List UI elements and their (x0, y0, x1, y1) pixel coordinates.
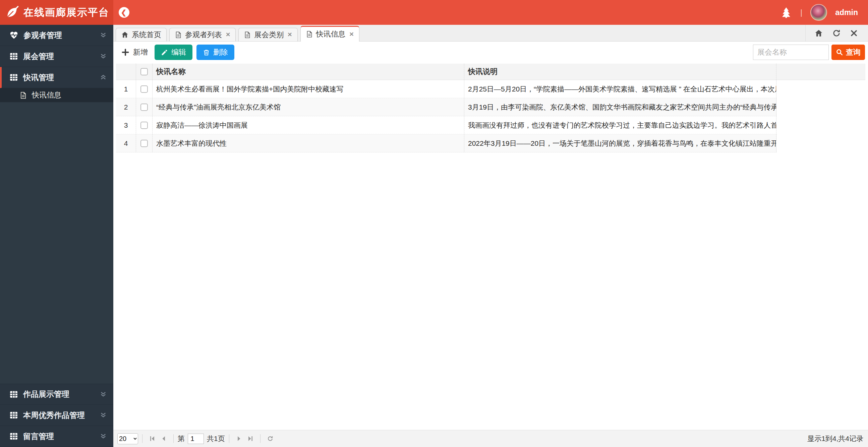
header-divider: | (800, 8, 802, 17)
last-page-button[interactable] (245, 433, 256, 444)
avatar[interactable] (810, 4, 827, 21)
chevron-double-up-icon (100, 74, 106, 81)
edit-button[interactable]: 编辑 (155, 44, 192, 60)
file-icon (175, 31, 182, 38)
select-all-checkbox[interactable] (141, 68, 148, 75)
chevron-left-icon: ❮ (121, 9, 127, 16)
plus-icon (121, 48, 129, 56)
sidebar-item-label: 本周优秀作品管理 (23, 410, 100, 420)
tab-news-info[interactable]: 快讯信息 ✕ (301, 26, 360, 41)
tab-visitor-list[interactable]: 参观者列表 ✕ (169, 28, 236, 41)
brand: 在线画廊展示平台 (0, 0, 113, 25)
tab-label: 展会类别 (254, 30, 284, 40)
sidebar-item-label: 留言管理 (23, 431, 100, 442)
reload-icon[interactable] (265, 433, 276, 444)
row-checkbox[interactable] (141, 122, 148, 129)
sidebar-item-exhibition-mgmt[interactable]: 展会管理 (0, 46, 113, 67)
tab-bar: 系统首页 参观者列表 ✕ 展会类别 ✕ 快讯信息 ✕ (113, 25, 868, 41)
row-checkbox[interactable] (141, 140, 148, 147)
row-checkbox[interactable] (141, 86, 148, 93)
tab-label: 快讯信息 (316, 29, 346, 39)
sidebar-item-visitor-mgmt[interactable]: 参观者管理 (0, 25, 113, 46)
page-number-input[interactable] (188, 434, 204, 444)
delete-button[interactable]: 删除 (196, 44, 234, 60)
query-button[interactable]: 查询 (832, 44, 865, 60)
add-button[interactable]: 新增 (117, 44, 152, 60)
page-size-select[interactable]: 20 (117, 433, 138, 444)
row-checkbox-cell (136, 98, 153, 116)
username[interactable]: admin (835, 8, 858, 17)
row-number: 3 (116, 116, 136, 134)
header-right: | admin (780, 4, 868, 21)
page-total-label: 共1页 (207, 434, 225, 443)
row-number: 1 (116, 80, 136, 98)
table-icon (9, 411, 18, 419)
chevron-double-down-icon (100, 433, 106, 440)
app-header: 在线画廊展示平台 ❮ | admin (0, 0, 868, 25)
close-icon[interactable] (850, 29, 858, 37)
search-area: 查询 (753, 44, 865, 60)
sidebar-collapse-button[interactable]: ❮ (119, 7, 129, 18)
pencil-icon (161, 49, 168, 56)
gallery-admin-app: { "header": { "title": "在线画廊展示平台", "user… (0, 0, 868, 447)
tab-close-icon[interactable]: ✕ (226, 31, 230, 38)
search-input[interactable] (753, 44, 829, 60)
column-header-name[interactable]: 快讯名称 (153, 64, 464, 80)
sidebar: 参观者管理 展会管理 快讯管理 快讯信息 作品展示管理 (0, 25, 113, 447)
pager-divider (260, 434, 260, 443)
first-page-button[interactable] (147, 433, 158, 444)
sidebar-subitem-news-info[interactable]: 快讯信息 (0, 88, 113, 102)
column-header-desc[interactable]: 快讯说明 (464, 64, 776, 80)
news-name-cell: 寂静高洁——徐洪涛中国画展 (153, 116, 464, 134)
home-icon[interactable] (814, 29, 823, 37)
leaf-logo-icon (5, 6, 19, 19)
tab-actions (805, 25, 868, 41)
app-title: 在线画廊展示平台 (24, 6, 109, 20)
sidebar-item-label: 展会管理 (23, 51, 100, 62)
table-row[interactable]: 2 “经典与传承”油画展亮相北京东亿美术馆 3月19日，由李可染画院、东亿美术馆… (116, 98, 777, 116)
next-page-button[interactable] (234, 433, 245, 444)
pager-divider (142, 434, 143, 443)
news-name-cell: 水墨艺术丰富的现代性 (153, 134, 464, 152)
sidebar-item-label: 快讯管理 (23, 72, 100, 83)
refresh-icon[interactable] (832, 29, 841, 37)
row-number: 2 (116, 98, 136, 116)
tab-label: 参观者列表 (185, 30, 222, 40)
tab-exhibition-category[interactable]: 展会类别 ✕ (238, 28, 298, 41)
sidebar-item-news-mgmt[interactable]: 快讯管理 (0, 67, 113, 88)
table-row[interactable]: 3 寂静高洁——徐洪涛中国画展 我画画没有拜过师，也没有进专门的艺术院校学习过，… (116, 116, 777, 134)
rownum-header (116, 64, 136, 80)
table-row[interactable]: 1 杭州美术生必看画展！国外学院素描+国内美院附中校藏速写 2月25日—5月20… (116, 80, 777, 98)
table-icon (9, 73, 18, 82)
news-desc-cell: 3月19日，由李可染画院、东亿美术馆、国韵文华书画院和藏友之家艺术空间共同主办的… (464, 98, 776, 116)
page-prefix-label: 第 (178, 434, 185, 443)
tree-icon[interactable] (780, 6, 792, 19)
pager-divider (229, 434, 229, 443)
table-icon (9, 432, 18, 441)
tab-system-home[interactable]: 系统首页 (116, 28, 167, 41)
tab-close-icon[interactable]: ✕ (349, 31, 354, 38)
trash-icon (203, 49, 210, 56)
sidebar-item-weekly-best-mgmt[interactable]: 本周优秀作品管理 (0, 405, 113, 426)
news-desc-cell: 我画画没有拜过师，也没有进专门的艺术院校学习过，主要靠自己边实践边学习。我的艺术… (464, 116, 776, 134)
sidebar-item-message-mgmt[interactable]: 留言管理 (0, 426, 113, 447)
sidebar-item-label: 作品展示管理 (23, 389, 100, 400)
pager-divider (173, 434, 174, 443)
table-icon (9, 52, 18, 61)
home-icon (121, 31, 129, 38)
query-button-label: 查询 (846, 47, 861, 57)
tab-label: 系统首页 (132, 30, 161, 40)
file-icon (244, 31, 251, 38)
news-name-cell: 杭州美术生必看画展！国外学院素描+国内美院附中校藏速写 (153, 80, 464, 98)
news-table: 快讯名称 快讯说明 1 杭州美术生必看画展！国外学院素描+国内美院附中校藏速写 … (116, 64, 865, 153)
news-name-cell: “经典与传承”油画展亮相北京东亿美术馆 (153, 98, 464, 116)
prev-page-button[interactable] (158, 433, 169, 444)
row-number: 4 (116, 134, 136, 152)
row-checkbox[interactable] (141, 103, 148, 111)
table-row[interactable]: 4 水墨艺术丰富的现代性 2022年3月19日——20日，一场关于笔墨山河的展览… (116, 134, 777, 153)
news-desc-cell: 2022年3月19日——20日，一场关于笔墨山河的展览，穿插着花香与鸟鸣，在泰丰… (464, 134, 776, 152)
sidebar-item-works-mgmt[interactable]: 作品展示管理 (0, 384, 113, 405)
tab-close-icon[interactable]: ✕ (287, 31, 292, 38)
search-icon (836, 49, 843, 56)
toolbar: 新增 编辑 删除 查询 (113, 41, 868, 63)
